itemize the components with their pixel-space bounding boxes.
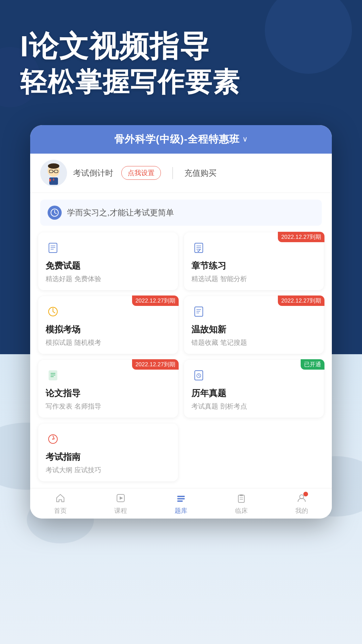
svg-rect-39 <box>177 500 183 502</box>
free-exam-icon <box>46 240 60 255</box>
app-header-title: 骨外科学(中级)-全程特惠班 <box>114 132 240 146</box>
card-chapter-practice[interactable]: 2022.12.27到期 章节练习 精选试题 智能分析 <box>184 232 324 290</box>
svg-point-1 <box>48 163 59 169</box>
hero-line1: I论文视频指导 <box>20 30 342 63</box>
paper-guide-icon <box>46 368 60 383</box>
vertical-divider <box>172 167 173 179</box>
card-desc: 考试真题 剖析考点 <box>191 402 316 411</box>
card-desc: 精选好题 免费体验 <box>46 274 171 283</box>
card-badge: 已开通 <box>301 359 324 370</box>
background: I论文视频指导 轻松掌握写作要素 骨外科学(中级)-全程特惠班 ∨ <box>0 0 362 644</box>
card-title: 免费试题 <box>46 260 171 272</box>
questions-nav-icon <box>176 493 186 504</box>
motto-text: 学而实习之,才能让考试更简单 <box>67 207 174 218</box>
nav-item-home[interactable]: 首页 <box>30 493 90 515</box>
card-title: 历年真题 <box>191 387 316 399</box>
card-review[interactable]: 2022.12.27到期 温故知新 错题收藏 笔记搜题 <box>184 296 324 354</box>
course-nav-icon <box>116 493 126 504</box>
svg-rect-22 <box>195 307 203 316</box>
card-mock-exam[interactable]: 2022.12.27到期 模拟考场 模拟试题 随机模考 <box>38 296 178 354</box>
svg-rect-11 <box>49 243 57 253</box>
exam-guide-icon <box>46 432 60 446</box>
card-badge: 2022.12.27到期 <box>278 296 324 306</box>
card-desc: 错题收藏 笔记搜题 <box>191 338 316 347</box>
card-title: 模拟考场 <box>46 324 171 335</box>
mine-nav-icon <box>297 493 307 504</box>
card-desc: 写作发表 名师指导 <box>46 402 171 411</box>
svg-line-21 <box>53 312 55 313</box>
card-history-exam[interactable]: 已开通 历年真题 考试真题 剖析考点 <box>184 360 324 418</box>
card-title: 论文指导 <box>46 387 171 399</box>
nav-item-mine[interactable]: 我的 <box>272 493 332 515</box>
card-badge: 2022.12.27到期 <box>132 359 179 370</box>
user-info: 考试倒计时 点我设置 充值购买 <box>73 166 322 180</box>
nav-label-course: 课程 <box>114 506 127 515</box>
card-paper-guide[interactable]: 2022.12.27到期 论文指导 写作发表 名师指导 <box>38 360 178 418</box>
nav-item-questions[interactable]: 题库 <box>151 493 211 515</box>
card-badge: 2022.12.27到期 <box>132 296 179 306</box>
svg-rect-7 <box>49 179 51 181</box>
avatar <box>40 160 67 186</box>
card-title: 考试指南 <box>46 451 171 463</box>
card-title: 章节练习 <box>191 260 316 272</box>
nav-item-clinic[interactable]: 临床 <box>211 493 272 515</box>
hero-section: I论文视频指导 轻松掌握写作要素 <box>0 0 362 112</box>
card-title: 温故知新 <box>191 324 316 335</box>
svg-marker-36 <box>120 496 123 500</box>
nav-label-clinic: 临床 <box>235 506 248 515</box>
countdown-label: 考试倒计时 <box>73 168 113 178</box>
user-row: 考试倒计时 点我设置 充值购买 <box>30 154 332 193</box>
chevron-down-icon: ∨ <box>242 135 248 144</box>
nav-item-course[interactable]: 课程 <box>90 493 151 515</box>
nav-label-mine: 我的 <box>295 506 308 515</box>
svg-rect-26 <box>49 371 57 380</box>
app-header[interactable]: 骨外科学(中级)-全程特惠班 ∨ <box>30 125 332 154</box>
chapter-practice-icon <box>191 240 206 255</box>
motto-row: 学而实习之,才能让考试更简单 <box>40 200 322 226</box>
svg-rect-41 <box>240 494 243 496</box>
svg-line-10 <box>55 213 56 214</box>
clinic-nav-icon <box>236 493 246 504</box>
recharge-button[interactable]: 充值购买 <box>184 168 217 178</box>
review-icon <box>191 304 206 319</box>
avatar-image <box>42 161 65 185</box>
notification-dot <box>303 492 308 496</box>
card-desc: 模拟试题 随机模考 <box>46 338 171 347</box>
history-exam-icon <box>191 368 206 383</box>
nav-label-questions: 题库 <box>175 506 187 515</box>
bottom-nav: 首页 课程 题库 临床 我的 <box>30 488 332 519</box>
card-desc: 考试大纲 应试技巧 <box>46 466 171 475</box>
card-grid: 免费试题 精选好题 免费体验 2022.12.27到期 章节练习 精选试题 智能… <box>30 232 332 488</box>
set-button[interactable]: 点我设置 <box>121 166 161 180</box>
hero-line2: 轻松掌握写作要素 <box>20 66 342 98</box>
svg-rect-40 <box>238 495 244 502</box>
svg-rect-38 <box>177 498 185 499</box>
tablet-frame: 骨外科学(中级)-全程特惠班 ∨ <box>30 125 332 519</box>
svg-rect-37 <box>177 496 185 497</box>
card-exam-guide[interactable]: 考试指南 考试大纲 应试技巧 <box>38 424 178 481</box>
home-nav-icon <box>55 493 65 504</box>
card-desc: 精选试题 智能分析 <box>191 274 316 283</box>
nav-label-home: 首页 <box>54 506 67 515</box>
clock-icon <box>48 206 62 220</box>
card-badge: 2022.12.27到期 <box>278 232 324 242</box>
svg-point-34 <box>52 438 54 440</box>
card-free-exam[interactable]: 免费试题 精选好题 免费体验 <box>38 232 178 290</box>
mock-exam-icon <box>46 304 60 319</box>
